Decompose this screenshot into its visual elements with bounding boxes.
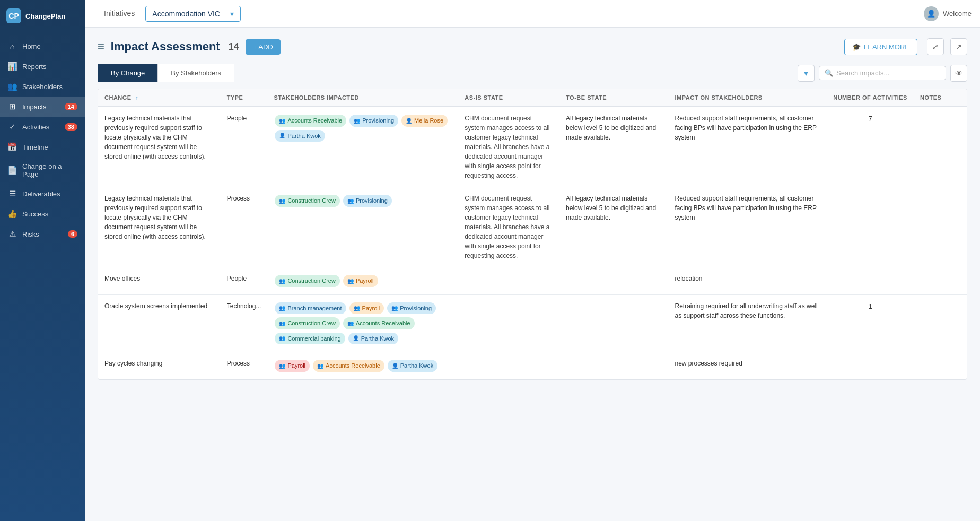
stakeholders-icon: 👥 [7,82,17,91]
cell-num-activities-2 [827,267,914,295]
col-header-change[interactable]: CHANGE ↑ [98,89,221,107]
sidebar-item-timeline[interactable]: 📅 Timeline [0,137,85,157]
sidebar-item-home[interactable]: ⌂ Home [0,37,85,56]
sidebar-item-success[interactable]: 👍 Success [0,204,85,224]
external-link-icon[interactable]: ↗ [950,38,967,55]
add-button[interactable]: + ADD [246,39,281,55]
initiative-dropdown[interactable]: Accommodation VIC ▾ [145,6,241,22]
stakeholder-tag[interactable]: Partha Kwok [388,360,438,372]
stakeholder-tag[interactable]: Melia Rose [401,115,448,127]
cell-num-activities-4 [827,352,914,379]
sidebar-item-stakeholders[interactable]: 👥 Stakeholders [0,76,85,97]
deliverables-icon: ☰ [7,189,17,198]
cell-type-4: Process [221,352,268,379]
topbar-user: 👤 Welcome [924,6,972,21]
table-row: Legacy technical materials that previous… [98,107,967,187]
stakeholder-tag[interactable]: Payroll [275,360,310,372]
stakeholder-tag[interactable]: Construction Crew [275,317,339,329]
tabs-right-controls: ▼ 🔍 👁 [798,65,967,82]
search-input[interactable] [836,69,940,77]
sidebar-item-risks[interactable]: ⚠ Risks 6 [0,224,85,244]
stakeholder-tag[interactable]: Partha Kwok [275,130,325,142]
sidebar-label-success: Success [22,210,48,218]
cell-num-activities-1 [827,187,914,267]
cell-type-2: People [221,267,268,295]
topbar-tab-initiatives[interactable]: Initiatives [93,0,145,28]
impact-count: 14 [229,41,239,53]
sidebar-label-stakeholders: Stakeholders [22,83,63,91]
activities-icon: ✓ [7,122,17,132]
cell-stakeholders-0: Accounts ReceivableProvisioningMelia Ros… [267,107,458,187]
app-logo-text: ChangePlan [25,12,65,20]
stakeholder-tag[interactable]: Commercial banking [275,333,345,345]
tab-by-change[interactable]: By Change [98,64,158,82]
filter-button[interactable]: ▼ [798,65,815,82]
col-header-num-activities: NUMBER OF ACTIVITIES [827,89,914,107]
sidebar-label-activities: Activities [22,123,49,131]
sidebar-item-impacts[interactable]: ⊞ Impacts 14 [0,97,85,117]
topbar: Initiatives Accommodation VIC ▾ 👤 Welcom… [85,0,980,28]
hide-icon[interactable]: 👁 [950,65,967,82]
sidebar-label-reports: Reports [22,63,47,71]
impacts-table-container: CHANGE ↑TYPESTAKEHOLDERS IMPACTEDAS-IS S… [98,89,967,380]
learn-more-button[interactable]: 🎓 LEARN MORE [844,39,917,55]
sidebar-item-deliverables[interactable]: ☰ Deliverables [0,184,85,204]
stakeholder-tag[interactable]: Provisioning [387,302,436,315]
change-on-page-icon: 📄 [7,166,17,175]
cell-type-3: Technolog... [221,294,268,352]
stakeholder-tag[interactable]: Payroll [343,275,378,287]
cell-asis-1: CHM document request system manages acce… [458,187,559,267]
cell-impact-1: Reduced support staff requirements, all … [669,187,827,267]
sidebar-label-change-on-page: Change on a Page [22,162,77,178]
cell-stakeholders-2: Construction CrewPayroll [267,267,458,295]
sidebar-item-reports[interactable]: 📊 Reports [0,56,85,76]
sidebar-item-activities[interactable]: ✓ Activities 38 [0,117,85,137]
stakeholder-tag[interactable]: Accounts Receivable [313,360,384,372]
cell-impact-0: Reduced support staff requirements, all … [669,107,827,187]
badge-activities: 38 [65,123,77,131]
user-label: Welcome [943,10,972,18]
table-row: Legacy technical materials that previous… [98,187,967,267]
stakeholder-tag[interactable]: Partha Kwok [348,333,398,345]
table-row: Pay cycles changingProcessPayrollAccount… [98,352,967,379]
stakeholder-tag[interactable]: Construction Crew [275,195,339,207]
stakeholder-tag[interactable]: Provisioning [343,195,392,207]
sidebar-item-change-on-page[interactable]: 📄 Change on a Page [0,157,85,184]
cell-tobe-4 [559,352,668,379]
stakeholder-tag[interactable]: Branch management [275,302,346,315]
avatar: 👤 [924,6,939,21]
graduation-icon: 🎓 [852,43,861,51]
sidebar: CP ChangePlan ⌂ Home 📊 Reports 👥 Stakeho… [0,0,85,521]
stakeholder-tag[interactable]: Provisioning [349,115,398,127]
impacts-table: CHANGE ↑TYPESTAKEHOLDERS IMPACTEDAS-IS S… [98,89,967,379]
cell-asis-4 [458,352,559,379]
sort-icon: ↑ [135,94,138,101]
cell-notes-1 [914,187,967,267]
cell-notes-4 [914,352,967,379]
success-icon: 👍 [7,209,17,219]
stakeholder-tag[interactable]: Accounts Receivable [275,115,346,127]
col-header-notes: NOTES [914,89,967,107]
cell-type-0: People [221,107,268,187]
main-content: Initiatives Accommodation VIC ▾ 👤 Welcom… [85,0,980,521]
cell-change-1: Legacy technical materials that previous… [98,187,221,267]
cell-tobe-3 [559,294,668,352]
badge-risks: 6 [68,230,77,238]
expand-icon[interactable]: ⤢ [927,38,944,55]
col-header-stakeholders: STAKEHOLDERS IMPACTED [267,89,458,107]
stakeholder-tag[interactable]: Payroll [349,302,384,315]
tabs-row: By ChangeBy Stakeholders ▼ 🔍 👁 [98,64,967,82]
stakeholder-tag[interactable]: Construction Crew [275,275,339,287]
cell-tobe-1: All legacy technical materials below lev… [559,187,668,267]
cell-impact-3: Retraining required for all underwriting… [669,294,827,352]
risks-icon: ⚠ [7,229,17,239]
badge-impacts: 14 [65,103,77,110]
col-header-to-be: TO-BE STATE [559,89,668,107]
stakeholder-tag[interactable]: Accounts Receivable [343,317,415,329]
cell-asis-3 [458,294,559,352]
cell-type-1: Process [221,187,268,267]
timeline-icon: 📅 [7,142,17,152]
tab-by-stakeholders[interactable]: By Stakeholders [158,64,234,82]
sidebar-label-timeline: Timeline [22,143,48,151]
chevron-down-icon: ▾ [230,10,234,18]
